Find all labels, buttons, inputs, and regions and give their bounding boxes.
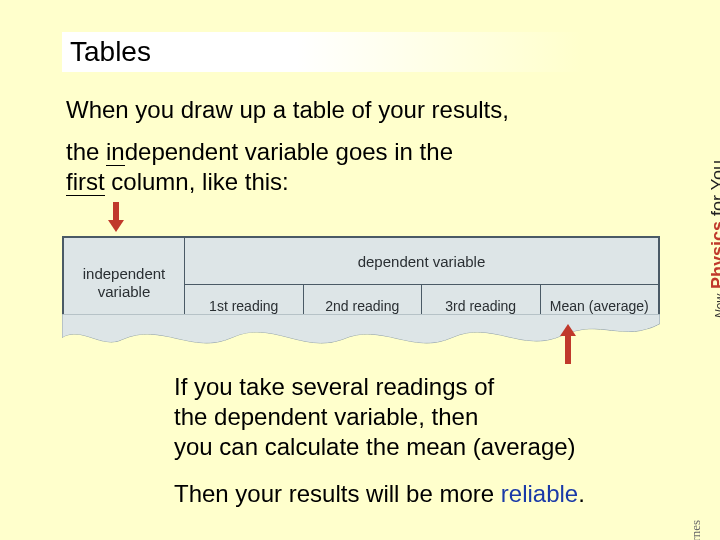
arrow-down-icon [108, 202, 124, 230]
table-header-dependent: dependent variable [185, 238, 659, 285]
table-subheader-2: 2nd reading [303, 285, 422, 328]
publisher-sidebar: New Physics for You Nelson Thornes [674, 0, 714, 540]
paragraph-1: When you draw up a table of your results… [66, 96, 509, 124]
p4-reliable: reliable [501, 480, 578, 507]
p4-c: . [578, 480, 585, 507]
table-subheader-4: Mean (average) [540, 285, 659, 328]
p3-line2: the dependent variable, then [174, 402, 576, 432]
table-header-independent: independent variable [64, 238, 185, 328]
p2-l1-a: the [66, 138, 106, 165]
results-table: independent variable dependent variable … [62, 236, 660, 329]
brand-new: New [713, 294, 720, 318]
p2-l1-c: dependent variable goes in the [125, 138, 453, 165]
slide-title: Tables [62, 32, 582, 72]
p2-underline-first: first [66, 168, 105, 196]
p2-l2-b: column, like this: [105, 168, 289, 195]
independent-line1: independent [83, 265, 166, 282]
brand-physics: Physics [708, 221, 720, 289]
publisher-name: Nelson Thornes [688, 520, 704, 540]
paragraph-2: the independent variable goes in the fir… [66, 137, 453, 197]
p2-underline-in: in [106, 138, 125, 166]
p3-line3: you can calculate the mean (average) [174, 432, 576, 462]
table-subheader-1: 1st reading [185, 285, 304, 328]
p4-a: Then your results will be more [174, 480, 501, 507]
physics-for-you-logo: New Physics for You [708, 160, 720, 318]
p3-line1: If you take several readings of [174, 372, 576, 402]
arrow-up-icon [560, 324, 576, 364]
table-subheader-3: 3rd reading [422, 285, 541, 328]
paragraph-3: If you take several readings of the depe… [174, 372, 576, 462]
brand-foryou: for You [708, 160, 720, 221]
independent-line2: variable [98, 283, 151, 300]
paragraph-4: Then your results will be more reliable. [174, 480, 585, 508]
